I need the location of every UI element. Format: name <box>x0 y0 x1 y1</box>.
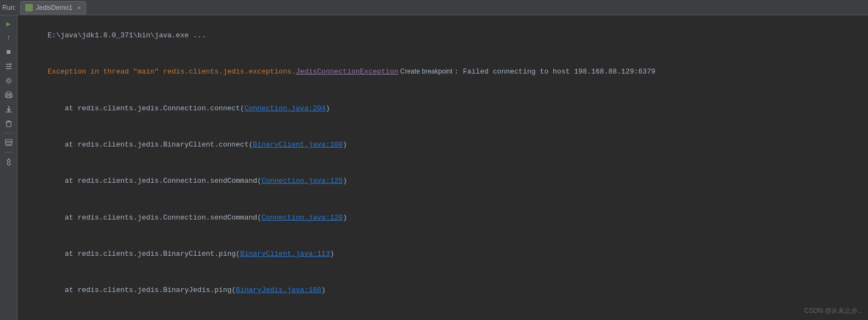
pin-icon[interactable] <box>3 156 15 168</box>
tab-bar: Run: JedisDemo1 × <box>0 0 868 15</box>
exception-suffix: : Failed connecting to host 198.168.88.1… <box>455 68 656 76</box>
down-import-icon[interactable] <box>3 103 15 115</box>
stack-line-4: at redis.clients.jedis.Connection.sendCo… <box>22 199 864 235</box>
stack-icon[interactable] <box>3 137 15 149</box>
tab-name: JedisDemo1 <box>36 4 72 12</box>
print-icon[interactable] <box>3 89 15 101</box>
main-layout: ▶ ↑ ■ <box>0 15 868 320</box>
sidebar-sep-2 <box>4 152 14 153</box>
sidebar: ▶ ↑ ■ <box>0 15 18 320</box>
stack-link-4[interactable]: Connection.java:120 <box>262 214 343 222</box>
sidebar-sep-1 <box>4 133 14 133</box>
svg-line-11 <box>6 82 7 83</box>
svg-line-10 <box>10 78 10 79</box>
tab-jedisdemo1[interactable]: JedisDemo1 × <box>20 1 86 14</box>
stack-link-2[interactable]: BinaryClient.java:100 <box>253 141 343 149</box>
path-text: E:\java\jdk1.8.0_371\bin\java.exe ... <box>48 31 206 40</box>
exception-line: Exception in thread "main" redis.clients… <box>22 54 864 90</box>
stack-line-5: at redis.clients.jedis.BinaryClient.ping… <box>22 236 864 272</box>
svg-rect-18 <box>7 122 11 127</box>
svg-point-15 <box>10 95 10 96</box>
trash-icon[interactable] <box>3 117 15 130</box>
stack-link-3[interactable]: Connection.java:125 <box>262 177 343 185</box>
settings-icon[interactable] <box>3 75 15 87</box>
svg-line-8 <box>6 78 7 79</box>
create-breakpoint-label[interactable]: Create breakpoint <box>399 68 455 75</box>
stop-icon[interactable]: ■ <box>3 46 15 58</box>
exception-prefix: Exception in thread "main" redis.clients… <box>48 68 296 76</box>
play-icon[interactable]: ▶ <box>3 18 15 30</box>
stack-line-2: at redis.clients.jedis.BinaryClient.conn… <box>22 127 864 163</box>
stack-line-6: at redis.clients.jedis.BinaryJedis.ping(… <box>22 272 864 308</box>
run-label: Run: <box>2 4 16 12</box>
tab-file-icon <box>25 4 33 12</box>
svg-point-3 <box>7 80 10 82</box>
stack-link-1[interactable]: Connection.java:204 <box>245 104 326 113</box>
console-area: E:\java\jdk1.8.0_371\bin\java.exe ... Ex… <box>18 15 868 320</box>
exception-class[interactable]: JedisConnectionException <box>296 68 398 76</box>
tab-close-icon[interactable]: × <box>77 4 81 11</box>
svg-rect-23 <box>5 139 12 142</box>
watermark: CSDN @从未止步.. <box>804 306 861 316</box>
stack-line-7: at com.wjr.redis.JedisDemo1.main(JedisDe… <box>22 308 864 320</box>
svg-rect-24 <box>5 142 12 144</box>
stack-link-6[interactable]: BinaryJedis.java:188 <box>236 286 321 294</box>
stack-link-5[interactable]: BinaryClient.java:113 <box>240 250 330 258</box>
stack-line-1: at redis.clients.jedis.Connection.connec… <box>22 91 864 127</box>
up-arrow-icon[interactable]: ↑ <box>3 32 15 44</box>
svg-line-9 <box>10 82 10 83</box>
stack-line-3: at redis.clients.jedis.Connection.sendCo… <box>22 163 864 199</box>
rerun-icon[interactable] <box>3 60 15 72</box>
path-line: E:\java\jdk1.8.0_371\bin\java.exe ... <box>22 18 864 54</box>
